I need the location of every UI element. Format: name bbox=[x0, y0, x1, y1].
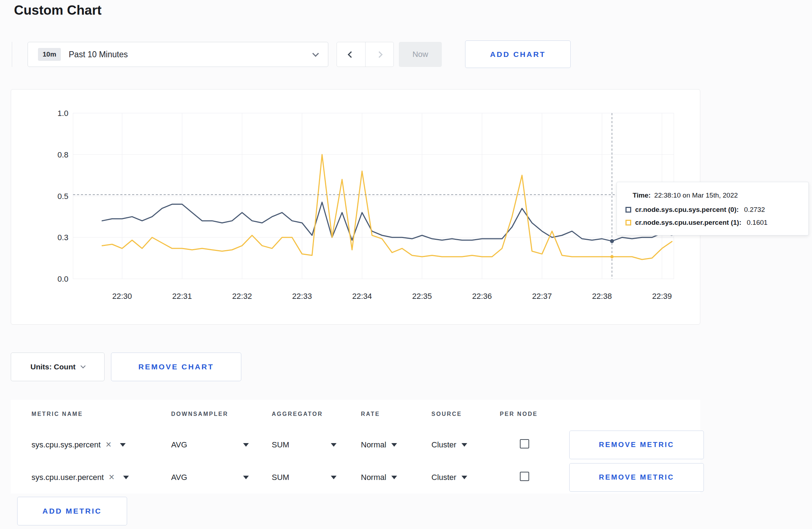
downsampler-value: AVG bbox=[171, 473, 187, 482]
source-select[interactable]: Cluster bbox=[431, 473, 500, 482]
x-axis-labels: 22:3022:3122:3222:3322:3422:3522:3622:37… bbox=[112, 292, 672, 301]
clear-metric-icon[interactable]: × bbox=[106, 440, 111, 450]
svg-text:0.3: 0.3 bbox=[57, 233, 68, 242]
caret-down-icon bbox=[243, 476, 249, 479]
y-axis-labels: 0.00.30.50.81.0 bbox=[57, 109, 68, 283]
column-header: RATE bbox=[361, 411, 431, 417]
chevron-right-icon bbox=[376, 51, 383, 58]
svg-text:22:39: 22:39 bbox=[652, 292, 672, 301]
column-header: PER NODE bbox=[500, 411, 569, 417]
tooltip-series-row: cr.node.sys.cpu.user.percent (1): 0.1601 bbox=[625, 219, 798, 227]
svg-text:22:38: 22:38 bbox=[592, 292, 612, 301]
rate-select[interactable]: Normal bbox=[361, 440, 431, 450]
time-forward-button[interactable] bbox=[366, 42, 394, 67]
table-row: sys.cpu.sys.percent × AVG SUM Normal Clu… bbox=[11, 428, 700, 461]
source-select[interactable]: Cluster bbox=[431, 440, 500, 450]
svg-text:22:37: 22:37 bbox=[532, 292, 552, 301]
units-select[interactable]: Units: Count bbox=[11, 353, 105, 381]
caret-down-icon bbox=[331, 443, 337, 447]
tooltip-series-label: cr.node.sys.cpu.sys.percent (0): bbox=[635, 206, 739, 214]
now-button[interactable]: Now bbox=[399, 42, 442, 67]
metrics-table-header: METRIC NAME DOWNSAMPLER AGGREGATOR RATE … bbox=[11, 400, 700, 428]
chart-tooltip: Time:22:38:10 on Mar 15th, 2022 cr.node.… bbox=[617, 182, 809, 236]
chevron-left-icon bbox=[348, 51, 354, 58]
rate-value: Normal bbox=[361, 440, 386, 450]
tooltip-time: Time:22:38:10 on Mar 15th, 2022 bbox=[625, 191, 798, 199]
time-back-button[interactable] bbox=[337, 42, 366, 67]
aggregator-select[interactable]: SUM bbox=[272, 473, 337, 482]
source-value: Cluster bbox=[431, 473, 456, 482]
aggregator-select[interactable]: SUM bbox=[272, 440, 337, 450]
caret-down-icon[interactable] bbox=[123, 476, 129, 479]
svg-text:22:36: 22:36 bbox=[472, 292, 492, 301]
aggregator-value: SUM bbox=[272, 473, 289, 482]
svg-text:22:32: 22:32 bbox=[232, 292, 252, 301]
series-user-swatch-icon bbox=[625, 220, 631, 225]
svg-text:22:30: 22:30 bbox=[112, 292, 132, 301]
chart-card: 0.00.30.50.81.022:3022:3122:3222:3322:34… bbox=[11, 89, 700, 325]
caret-down-icon bbox=[461, 443, 467, 447]
caret-down-icon bbox=[243, 443, 249, 447]
tooltip-time-label: Time: bbox=[633, 191, 651, 199]
metric-name-value: sys.cpu.user.percent bbox=[32, 473, 104, 482]
tooltip-series-label: cr.node.sys.cpu.user.percent (1): bbox=[635, 219, 741, 227]
time-pager bbox=[337, 42, 394, 67]
time-range-badge: 10m bbox=[38, 48, 61, 61]
downsampler-select[interactable]: AVG bbox=[171, 473, 249, 482]
clear-metric-icon[interactable]: × bbox=[109, 472, 115, 482]
downsampler-value: AVG bbox=[171, 440, 187, 450]
column-header: AGGREGATOR bbox=[272, 411, 361, 417]
page-title: Custom Chart bbox=[14, 3, 102, 18]
svg-text:22:34: 22:34 bbox=[352, 292, 372, 301]
caret-down-icon bbox=[461, 476, 467, 479]
time-range-select[interactable]: 10m Past 10 Minutes bbox=[28, 42, 328, 67]
column-header: SOURCE bbox=[431, 411, 500, 417]
caret-down-icon bbox=[391, 476, 397, 479]
time-range-label: Past 10 Minutes bbox=[69, 50, 128, 59]
svg-text:22:33: 22:33 bbox=[292, 292, 312, 301]
column-header: METRIC NAME bbox=[32, 411, 171, 417]
series-line-0 bbox=[102, 202, 672, 241]
caret-down-icon bbox=[391, 443, 397, 447]
chart-gridlines bbox=[73, 113, 674, 279]
add-metric-button[interactable]: ADD METRIC bbox=[17, 497, 127, 525]
tooltip-series-row: cr.node.sys.cpu.sys.percent (0): 0.2732 bbox=[625, 206, 798, 214]
rate-select[interactable]: Normal bbox=[361, 473, 431, 482]
series-line-1 bbox=[102, 155, 672, 259]
metric-name-select[interactable]: sys.cpu.user.percent × bbox=[32, 472, 171, 482]
units-label: Units: Count bbox=[30, 363, 76, 371]
caret-down-icon[interactable] bbox=[120, 443, 126, 447]
tooltip-time-value: 22:38:10 on Mar 15th, 2022 bbox=[654, 191, 738, 199]
svg-text:0.5: 0.5 bbox=[57, 192, 68, 201]
hover-dot-1 bbox=[610, 255, 614, 258]
per-node-checkbox[interactable] bbox=[520, 439, 529, 448]
svg-text:22:35: 22:35 bbox=[412, 292, 432, 301]
source-value: Cluster bbox=[431, 440, 456, 450]
svg-text:0.8: 0.8 bbox=[57, 150, 68, 159]
hover-dot-0 bbox=[610, 239, 614, 243]
chart-plot[interactable]: 0.00.30.50.81.022:3022:3122:3222:3322:34… bbox=[11, 89, 701, 325]
downsampler-select[interactable]: AVG bbox=[171, 440, 249, 450]
tooltip-series-value: 0.2732 bbox=[744, 206, 765, 214]
aggregator-value: SUM bbox=[272, 440, 289, 450]
svg-text:1.0: 1.0 bbox=[57, 109, 68, 118]
caret-down-icon bbox=[331, 476, 337, 479]
remove-metric-button[interactable]: REMOVE METRIC bbox=[569, 431, 704, 459]
per-node-checkbox[interactable] bbox=[520, 472, 529, 481]
table-row: sys.cpu.user.percent × AVG SUM Normal Cl… bbox=[11, 461, 700, 494]
rate-value: Normal bbox=[361, 473, 386, 482]
chevron-down-icon bbox=[312, 50, 319, 57]
remove-chart-button[interactable]: REMOVE CHART bbox=[111, 353, 241, 381]
chevron-down-icon bbox=[81, 363, 86, 368]
tooltip-series-value: 0.1601 bbox=[747, 219, 768, 227]
remove-metric-button[interactable]: REMOVE METRIC bbox=[569, 463, 704, 492]
series-sys-swatch-icon bbox=[625, 207, 631, 213]
add-chart-button[interactable]: ADD CHART bbox=[465, 40, 571, 68]
column-header: DOWNSAMPLER bbox=[171, 411, 272, 417]
metric-name-value: sys.cpu.sys.percent bbox=[32, 440, 101, 450]
toolbar-divider bbox=[12, 42, 12, 67]
metric-name-select[interactable]: sys.cpu.sys.percent × bbox=[32, 440, 171, 450]
svg-text:22:31: 22:31 bbox=[172, 292, 192, 301]
svg-text:0.0: 0.0 bbox=[57, 275, 68, 283]
metrics-table: METRIC NAME DOWNSAMPLER AGGREGATOR RATE … bbox=[11, 400, 700, 494]
